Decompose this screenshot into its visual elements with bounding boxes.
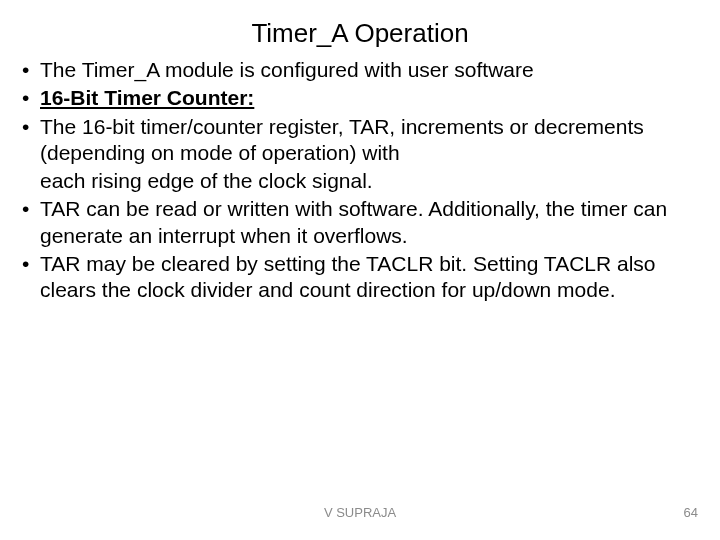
bullet-list: TAR can be read or written with software… bbox=[18, 196, 712, 303]
footer-author: V SUPRAJA bbox=[0, 505, 720, 520]
bullet-item: TAR can be read or written with software… bbox=[18, 196, 712, 249]
bullet-heading: 16-Bit Timer Counter: bbox=[40, 86, 254, 109]
page-number: 64 bbox=[684, 505, 698, 520]
bullet-item: 16-Bit Timer Counter: bbox=[18, 85, 712, 111]
bullet-item: The Timer_A module is configured with us… bbox=[18, 57, 712, 83]
bullet-list: The Timer_A module is configured with us… bbox=[18, 57, 712, 166]
slide: Timer_A Operation The Timer_A module is … bbox=[0, 0, 720, 540]
slide-title: Timer_A Operation bbox=[0, 0, 720, 57]
slide-body: The Timer_A module is configured with us… bbox=[0, 57, 720, 303]
bullet-item: The 16-bit timer/counter register, TAR, … bbox=[18, 114, 712, 167]
bullet-item: TAR may be cleared by setting the TACLR … bbox=[18, 251, 712, 304]
bullet-continuation: each rising edge of the clock signal. bbox=[18, 168, 712, 194]
